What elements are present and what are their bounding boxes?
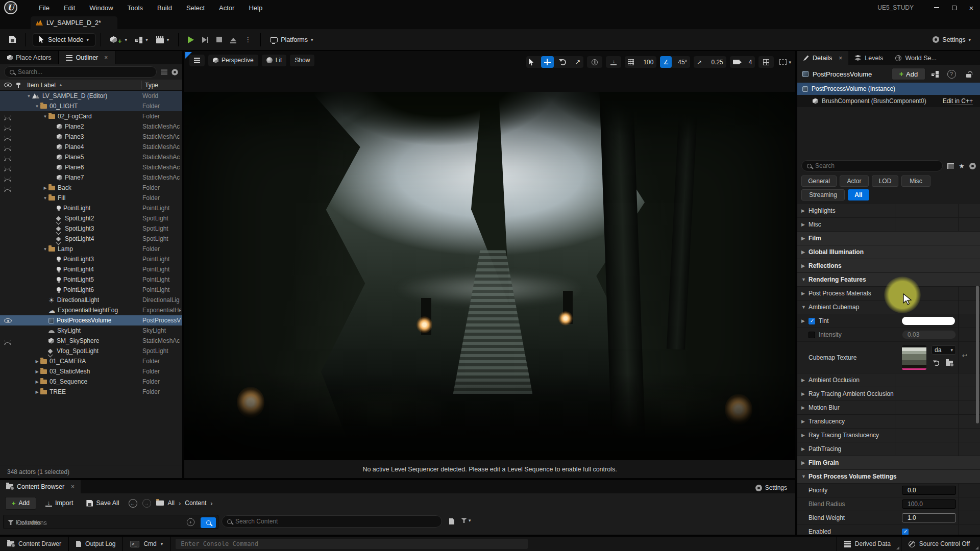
tab-details[interactable]: Details ×: [797, 51, 848, 65]
outliner-row-skylight[interactable]: SkyLightSkyLight: [0, 325, 182, 336]
section-global-illumination[interactable]: ▶Global Illumination: [797, 245, 980, 259]
value-blend-radius[interactable]: 100.0: [902, 499, 956, 509]
help-button[interactable]: ?: [945, 69, 958, 79]
tab-world-settings[interactable]: World Se...: [889, 51, 943, 65]
property-enabled[interactable]: Enabled: [797, 525, 980, 535]
outliner-row-plane2[interactable]: Plane2StaticMeshAc: [0, 121, 182, 132]
stop-button[interactable]: [212, 34, 226, 45]
close-icon[interactable]: ×: [104, 54, 108, 61]
expander-icon[interactable]: ▶: [801, 391, 808, 396]
reset-to-default-button[interactable]: ↩: [960, 351, 970, 360]
filter-chip-general[interactable]: General: [801, 176, 837, 187]
tab-levels[interactable]: Levels: [848, 51, 889, 65]
outliner-row-spotlight2[interactable]: SpotLight2SpotLight: [0, 213, 182, 223]
outliner-row-pointlight[interactable]: PointLightPointLight: [0, 203, 182, 213]
expander-icon[interactable]: ▶: [801, 433, 808, 438]
outliner-row-plane4[interactable]: Plane4StaticMeshAc: [0, 142, 182, 152]
section-reflections[interactable]: ▶Reflections: [797, 259, 980, 273]
world-local-toggle[interactable]: [587, 56, 602, 68]
expander-icon[interactable]: ▼: [42, 247, 48, 252]
visibility-eye-closed-icon[interactable]: [4, 156, 15, 159]
save-search-icon[interactable]: [449, 518, 454, 524]
outliner-row-spotlight3[interactable]: SpotLight3SpotLight: [0, 223, 182, 234]
outliner-row-exponentialheightfog[interactable]: ☁ExponentialHeightFogExponentialHe: [0, 305, 182, 315]
details-settings-icon[interactable]: [969, 163, 976, 169]
expander-icon[interactable]: ▼: [42, 196, 48, 201]
filter-chip-misc[interactable]: Misc: [901, 176, 930, 187]
filter-chip-streaming[interactable]: Streaming: [801, 189, 845, 201]
output-log-button[interactable]: Output Log: [69, 537, 123, 551]
platforms-dropdown[interactable]: Platforms ▾: [266, 34, 317, 46]
expander-icon[interactable]: ▶: [34, 380, 40, 384]
viewport[interactable]: Perspective Lit Show ↗ ↓: [184, 51, 795, 478]
perspective-dropdown[interactable]: Perspective: [208, 55, 258, 66]
console-command-input[interactable]: [181, 540, 523, 547]
outliner-row-spotlight4[interactable]: SpotLight4SpotLight: [0, 234, 182, 244]
scale-snap-value[interactable]: 0.25: [708, 56, 726, 68]
checkbox-unchecked[interactable]: [808, 332, 815, 338]
menu-window[interactable]: Window: [83, 2, 119, 14]
add-collection-button[interactable]: +: [187, 518, 194, 526]
visibility-eye-closed-icon[interactable]: [4, 125, 15, 129]
sort-asc-icon[interactable]: ▲: [59, 83, 63, 87]
breadcrumb-content[interactable]: Content: [185, 499, 206, 507]
back-button[interactable]: ←: [129, 499, 137, 508]
section-misc[interactable]: ▶Misc: [797, 218, 980, 232]
forward-button[interactable]: →: [142, 499, 151, 508]
outliner-row-pointlight6[interactable]: PointLight6PointLight: [0, 285, 182, 295]
visibility-eye-closed-icon[interactable]: [4, 145, 15, 149]
type-column[interactable]: Type: [145, 82, 158, 89]
section-ray-tracing-translucency[interactable]: ▶Ray Tracing Translucency: [797, 429, 980, 442]
cubemap-thumbnail[interactable]: [902, 345, 926, 370]
value-priority[interactable]: 0.0: [902, 486, 956, 495]
expander-icon[interactable]: ▼: [26, 94, 32, 98]
outliner-row-00-light[interactable]: ▼00_LIGHTFolder: [0, 101, 182, 111]
import-button[interactable]: ↓ Import: [41, 497, 77, 509]
convert-to-blueprint-button[interactable]: [929, 69, 941, 79]
viewport-options-button[interactable]: [189, 55, 205, 66]
expander-icon[interactable]: ▶: [801, 236, 808, 241]
details-scrollbar[interactable]: [976, 286, 979, 423]
column-divider[interactable]: [141, 81, 142, 89]
instance-row[interactable]: PostProcessVolume (Instance): [797, 83, 980, 95]
filter-chip-lod[interactable]: LOD: [872, 176, 898, 187]
use-selected-asset-button[interactable]: [932, 359, 942, 368]
rotation-snap-value[interactable]: 45°: [675, 56, 690, 68]
level-tab[interactable]: LV_SAMPLE_D_2*: [31, 16, 117, 29]
outliner-row-pointlight5[interactable]: PointLight5PointLight: [0, 274, 182, 285]
settings-dropdown[interactable]: Settings ▾: [928, 34, 975, 46]
menu-select[interactable]: Select: [180, 2, 211, 14]
expander-icon[interactable]: ▶: [34, 369, 40, 374]
visibility-eye-closed-icon[interactable]: [4, 115, 15, 118]
skip-button[interactable]: [198, 34, 212, 45]
outliner-row-vfog-spotlight[interactable]: Vfog_SpotLightSpotLight: [0, 346, 182, 356]
content-drawer-button[interactable]: Content Drawer: [0, 537, 69, 551]
outliner-row-pointlight4[interactable]: PointLight4PointLight: [0, 264, 182, 274]
surface-snap-button[interactable]: ↓: [606, 56, 621, 68]
expander-icon[interactable]: ▼: [801, 474, 808, 479]
outliner-filter-icon[interactable]: [161, 69, 167, 75]
menu-tools[interactable]: Tools: [121, 2, 149, 14]
derived-data-button[interactable]: Derived Data: [837, 537, 901, 551]
menu-build[interactable]: Build: [151, 2, 178, 14]
close-icon[interactable]: ×: [839, 55, 842, 62]
source-control-button[interactable]: Source Control Off: [901, 537, 980, 551]
checkbox-checked[interactable]: [808, 318, 815, 324]
cmd-dropdown[interactable]: >_ Cmd ▾: [123, 537, 170, 551]
close-icon[interactable]: ×: [71, 483, 75, 490]
section-film-grain[interactable]: ▶Film Grain: [797, 456, 980, 470]
expander-icon[interactable]: ▶: [801, 460, 808, 465]
lock-button[interactable]: [963, 69, 975, 79]
tab-outliner[interactable]: Outliner ×: [59, 51, 115, 64]
content-filter-button[interactable]: ▾: [461, 518, 471, 523]
menu-actor[interactable]: Actor: [213, 2, 240, 14]
save-button[interactable]: [5, 34, 20, 45]
sources-box[interactable]: Favorites Collections +: [3, 515, 218, 529]
camera-speed-value[interactable]: 4: [746, 56, 755, 68]
outliner-row-01-camera[interactable]: ▶01_CAMERAFolder: [0, 356, 182, 366]
show-dropdown[interactable]: Show: [290, 55, 314, 66]
outliner-row-plane7[interactable]: Plane7StaticMeshAc: [0, 172, 182, 183]
grid-size-value[interactable]: 100: [640, 56, 656, 68]
scale-snap-button[interactable]: ↗: [694, 56, 705, 68]
visibility-eye-closed-icon[interactable]: [4, 186, 15, 190]
